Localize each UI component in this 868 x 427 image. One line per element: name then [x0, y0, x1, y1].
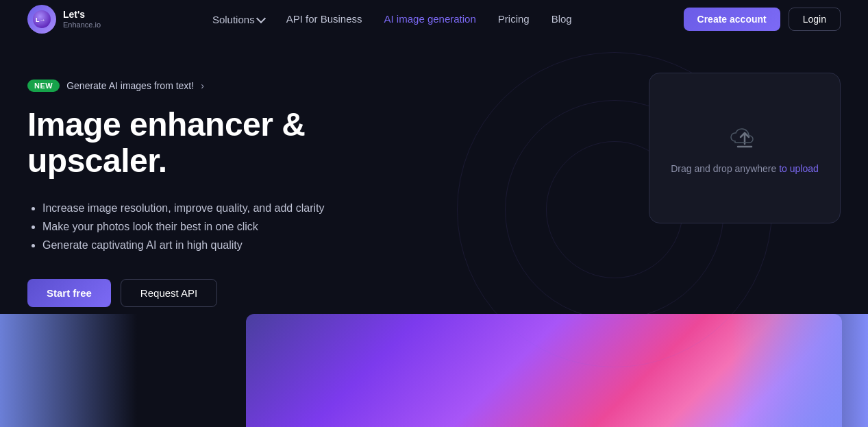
login-button[interactable]: Login	[789, 8, 841, 31]
bullet-2: Make your photos look their best in one …	[42, 217, 397, 236]
hero-buttons: Start free Request API	[27, 279, 397, 307]
hero-content: NEW Generate AI images from text! › Imag…	[27, 80, 397, 307]
bottom-left-fade	[0, 314, 137, 427]
hero-section: NEW Generate AI images from text! › Imag…	[0, 38, 868, 334]
upload-icon	[728, 122, 761, 155]
upload-text: Drag and drop anywhere to upload	[671, 163, 819, 174]
nav-item-solutions[interactable]: Solutions	[212, 14, 264, 25]
hero-upload-area: Drag and drop anywhere to upload	[649, 73, 841, 223]
nav-item-ai-image[interactable]: AI image generation	[384, 13, 476, 25]
nav-item-blog[interactable]: Blog	[551, 13, 572, 25]
hero-bullets: Increase image resolution, improve quali…	[27, 199, 397, 255]
logo-text: Let's Enhance.io	[63, 10, 101, 28]
bottom-banner	[0, 314, 868, 427]
badge-arrow: ›	[201, 80, 204, 91]
chevron-down-icon	[256, 13, 266, 23]
nav-actions: Create account Login	[684, 8, 841, 31]
navbar: L→ Let's Enhance.io Solutions API for Bu…	[0, 0, 868, 38]
upload-card[interactable]: Drag and drop anywhere to upload	[649, 73, 841, 223]
bottom-right-fade	[731, 314, 868, 427]
create-account-button[interactable]: Create account	[684, 8, 780, 31]
logo[interactable]: L→ Let's Enhance.io	[27, 5, 101, 34]
bullet-1: Increase image resolution, improve quali…	[42, 199, 397, 217]
nav-links: Solutions API for Business AI image gene…	[212, 13, 572, 25]
start-free-button[interactable]: Start free	[27, 279, 111, 307]
badge-text: Generate AI images from text!	[66, 80, 194, 91]
new-badge-row: NEW Generate AI images from text! ›	[27, 80, 397, 92]
bullet-3: Generate captivating AI art in high qual…	[42, 236, 397, 254]
hero-title: Image enhancer & upscaler.	[27, 107, 397, 180]
svg-text:L→: L→	[36, 16, 46, 23]
logo-icon: L→	[27, 5, 56, 34]
new-badge: NEW	[27, 80, 60, 92]
nav-item-api[interactable]: API for Business	[286, 13, 362, 25]
upload-link[interactable]: to upload	[779, 163, 819, 174]
request-api-button[interactable]: Request API	[121, 279, 217, 307]
nav-item-pricing[interactable]: Pricing	[498, 13, 530, 25]
